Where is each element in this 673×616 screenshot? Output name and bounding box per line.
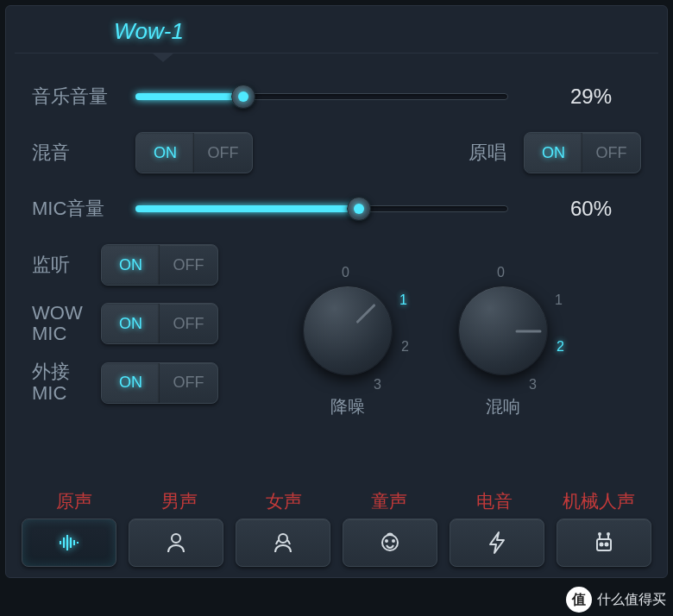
label-mic-volume: MIC音量 [32, 196, 135, 222]
toggle-monitor-on[interactable]: ON [102, 245, 160, 285]
lower-section: 监听 ON OFF WOWMIC ON OFF 外接MIC [32, 244, 641, 405]
label-music-volume: 音乐音量 [32, 84, 135, 110]
watermark-badge: 值 [566, 587, 592, 613]
audio-panel: Wow-1 音乐音量 29% 混音 ON OFF 原唱 ON OFF [5, 5, 668, 578]
row-wow-mic: WOWMIC ON OFF [32, 303, 218, 344]
knob-indicator [355, 304, 375, 324]
label-reverb: 混响 [434, 395, 572, 418]
toggle-wow-mic-off[interactable]: OFF [160, 304, 217, 343]
tick-3: 3 [529, 377, 537, 393]
watermark-text: 什么值得买 [597, 591, 666, 609]
voice-btn-female[interactable] [236, 519, 330, 567]
tick-2: 2 [401, 339, 409, 355]
voice-btn-male[interactable] [129, 519, 223, 567]
voice-label-female: 女声 [231, 489, 336, 513]
label-mix: 混音 [32, 140, 135, 166]
voice-btn-child[interactable] [343, 519, 437, 567]
waveform-icon [55, 529, 83, 556]
toggle-ext-mic[interactable]: ON OFF [101, 362, 218, 404]
svg-point-14 [599, 533, 601, 535]
voice-label-original: 原声 [22, 489, 127, 513]
child-face-icon [376, 529, 404, 556]
person-female-icon [269, 529, 297, 556]
label-wow-mic: WOWMIC [32, 303, 101, 344]
tick-3: 3 [374, 377, 381, 393]
toggle-ext-mic-on[interactable]: ON [102, 363, 160, 403]
tab-indicator [153, 53, 173, 62]
slider-music-volume[interactable] [135, 86, 508, 107]
knob-indicator [515, 330, 541, 333]
label-monitor: 监听 [32, 252, 101, 278]
toggle-original-off[interactable]: OFF [582, 133, 640, 173]
svg-rect-11 [597, 539, 611, 550]
toggle-monitor-off[interactable]: OFF [160, 245, 217, 285]
tick-2: 2 [557, 339, 564, 355]
tick-0: 0 [342, 265, 349, 280]
voice-btn-robot[interactable] [557, 519, 651, 567]
voice-label-male: 男声 [127, 489, 232, 513]
tick-0: 0 [497, 265, 505, 280]
voice-label-child: 童声 [336, 489, 442, 513]
slider-thumb[interactable] [347, 197, 371, 221]
svg-point-15 [607, 533, 609, 535]
toggle-mix[interactable]: ON OFF [135, 132, 253, 173]
value-mic-volume: 60% [543, 197, 612, 221]
lightning-icon [483, 529, 511, 556]
knob-denoise-wrap: 0 1 2 3 降噪 [279, 267, 417, 405]
tick-1: 1 [399, 292, 407, 308]
svg-point-6 [172, 534, 180, 543]
panel-content: 音乐音量 29% 混音 ON OFF 原唱 ON OFF MIC音量 [32, 84, 641, 405]
knob-denoise[interactable] [303, 286, 393, 375]
svg-point-7 [279, 534, 287, 543]
knob-reverb-wrap: 0 1 2 3 混响 [434, 267, 572, 405]
voice-btn-original[interactable] [22, 519, 116, 567]
label-original: 原唱 [469, 140, 506, 166]
slider-fill [135, 93, 243, 100]
voice-btn-electronic[interactable] [450, 519, 544, 567]
toggle-original[interactable]: ON OFF [524, 132, 641, 173]
svg-point-16 [601, 544, 603, 546]
row-ext-mic: 外接MIC ON OFF [32, 361, 218, 403]
toggle-mix-off[interactable]: OFF [194, 133, 252, 173]
svg-point-17 [606, 544, 608, 546]
voice-label-electronic: 电音 [442, 489, 547, 513]
label-ext-mic: 外接MIC [32, 361, 101, 403]
person-male-icon [162, 529, 190, 556]
voice-buttons [22, 519, 651, 567]
row-mic-volume: MIC音量 60% [32, 196, 641, 222]
left-toggles: 监听 ON OFF WOWMIC ON OFF 外接MIC [32, 244, 218, 404]
watermark: 值 什么值得买 [566, 587, 666, 613]
tab-wow-1[interactable]: Wow-1 [88, 6, 210, 53]
toggle-monitor[interactable]: ON OFF [101, 244, 218, 286]
knob-reverb[interactable] [458, 286, 548, 375]
svg-point-9 [386, 540, 387, 542]
knob-section: 0 1 2 3 降噪 0 1 2 3 混响 [279, 267, 572, 405]
toggle-mix-on[interactable]: ON [136, 133, 194, 173]
label-denoise: 降噪 [279, 395, 417, 418]
slider-fill [135, 205, 359, 212]
value-music-volume: 29% [543, 85, 612, 109]
toggle-original-on[interactable]: ON [525, 133, 582, 173]
tick-1: 1 [555, 292, 563, 308]
row-mix-original: 混音 ON OFF 原唱 ON OFF [32, 132, 641, 173]
tab-divider [15, 53, 658, 53]
voice-label-robot: 机械人声 [546, 489, 651, 513]
row-music-volume: 音乐音量 29% [32, 84, 641, 110]
svg-point-10 [393, 540, 394, 542]
robot-icon [590, 529, 618, 556]
toggle-wow-mic[interactable]: ON OFF [101, 303, 218, 344]
row-monitor: 监听 ON OFF [32, 244, 218, 286]
toggle-ext-mic-off[interactable]: OFF [160, 363, 217, 403]
slider-mic-volume[interactable] [135, 198, 508, 219]
voice-labels: 原声 男声 女声 童声 电音 机械人声 [22, 489, 651, 513]
slider-thumb[interactable] [231, 85, 255, 109]
toggle-wow-mic-on[interactable]: ON [102, 304, 160, 343]
